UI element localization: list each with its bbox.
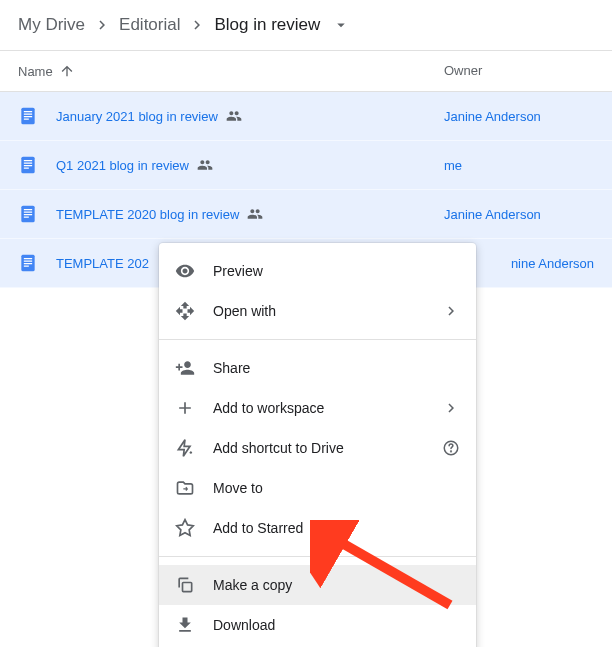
person-add-icon xyxy=(175,358,195,378)
svg-rect-18 xyxy=(24,263,32,264)
menu-divider xyxy=(159,556,476,557)
svg-rect-3 xyxy=(24,116,32,117)
file-name-label: January 2021 blog in review xyxy=(56,109,218,124)
shortcut-icon xyxy=(175,438,195,458)
shared-icon xyxy=(247,206,263,222)
menu-item-open-with[interactable]: Open with xyxy=(159,291,476,331)
arrow-up-icon xyxy=(59,63,75,79)
menu-label: Move to xyxy=(213,480,460,496)
menu-item-download[interactable]: Download xyxy=(159,605,476,645)
file-owner-label: Janine Anderson xyxy=(444,207,594,222)
svg-rect-4 xyxy=(24,119,29,120)
file-owner-label: me xyxy=(444,158,594,173)
svg-rect-1 xyxy=(24,111,32,112)
shared-icon xyxy=(197,157,213,173)
menu-label: Add to Starred xyxy=(213,520,460,536)
svg-rect-11 xyxy=(24,209,32,210)
menu-label: Preview xyxy=(213,263,460,279)
open-with-icon xyxy=(175,301,195,321)
menu-label: Add to workspace xyxy=(213,400,442,416)
column-header-name-label: Name xyxy=(18,64,53,79)
chevron-right-icon xyxy=(93,16,111,34)
svg-rect-2 xyxy=(24,114,32,115)
menu-item-move-to[interactable]: Move to xyxy=(159,468,476,508)
svg-rect-9 xyxy=(24,168,29,169)
menu-label: Share xyxy=(213,360,460,376)
svg-rect-7 xyxy=(24,163,32,164)
file-name-label: TEMPLATE 2020 blog in review xyxy=(56,207,239,222)
svg-point-21 xyxy=(451,451,452,452)
menu-item-share[interactable]: Share xyxy=(159,348,476,388)
column-header-name[interactable]: Name xyxy=(18,63,444,79)
context-menu: Preview Open with Share Add to workspace… xyxy=(159,243,476,647)
shared-icon xyxy=(226,108,242,124)
svg-rect-14 xyxy=(24,217,29,218)
table-row[interactable]: TEMPLATE 2020 blog in review Janine Ande… xyxy=(0,190,612,239)
menu-label: Open with xyxy=(213,303,442,319)
caret-down-icon[interactable] xyxy=(332,16,350,34)
menu-label: Add shortcut to Drive xyxy=(213,440,442,456)
svg-rect-6 xyxy=(24,160,32,161)
table-header: Name Owner xyxy=(0,51,612,92)
menu-item-star[interactable]: Add to Starred xyxy=(159,508,476,548)
docs-icon xyxy=(18,155,38,175)
menu-item-add-workspace[interactable]: Add to workspace xyxy=(159,388,476,428)
menu-label: Make a copy xyxy=(213,577,460,593)
table-row[interactable]: Q1 2021 blog in review me xyxy=(0,141,612,190)
docs-icon xyxy=(18,253,38,273)
chevron-right-icon xyxy=(188,16,206,34)
menu-divider xyxy=(159,339,476,340)
breadcrumb-item-current[interactable]: Blog in review xyxy=(214,15,320,35)
docs-icon xyxy=(18,204,38,224)
eye-icon xyxy=(175,261,195,281)
plus-icon xyxy=(175,398,195,418)
svg-rect-22 xyxy=(183,583,192,592)
file-owner-label: Janine Anderson xyxy=(444,109,594,124)
file-name-label: TEMPLATE 202 xyxy=(56,256,149,271)
svg-rect-17 xyxy=(24,261,32,262)
breadcrumb: My Drive Editorial Blog in review xyxy=(0,0,612,51)
table-row[interactable]: January 2021 blog in review Janine Ander… xyxy=(0,92,612,141)
menu-label: Download xyxy=(213,617,460,633)
docs-icon xyxy=(18,106,38,126)
svg-rect-19 xyxy=(24,266,29,267)
chevron-right-icon xyxy=(442,399,460,417)
folder-move-icon xyxy=(175,478,195,498)
svg-rect-12 xyxy=(24,212,32,213)
breadcrumb-item-mydrive[interactable]: My Drive xyxy=(18,15,85,35)
svg-rect-16 xyxy=(24,258,32,259)
help-icon[interactable] xyxy=(442,439,460,457)
column-header-owner[interactable]: Owner xyxy=(444,63,594,79)
file-name-label: Q1 2021 blog in review xyxy=(56,158,189,173)
svg-rect-8 xyxy=(24,165,32,166)
menu-item-make-copy[interactable]: Make a copy xyxy=(159,565,476,605)
menu-item-preview[interactable]: Preview xyxy=(159,251,476,291)
menu-item-add-shortcut[interactable]: Add shortcut to Drive xyxy=(159,428,476,468)
star-icon xyxy=(175,518,195,538)
copy-icon xyxy=(175,575,195,595)
download-icon xyxy=(175,615,195,635)
chevron-right-icon xyxy=(442,302,460,320)
breadcrumb-item-editorial[interactable]: Editorial xyxy=(119,15,180,35)
svg-rect-13 xyxy=(24,214,32,215)
